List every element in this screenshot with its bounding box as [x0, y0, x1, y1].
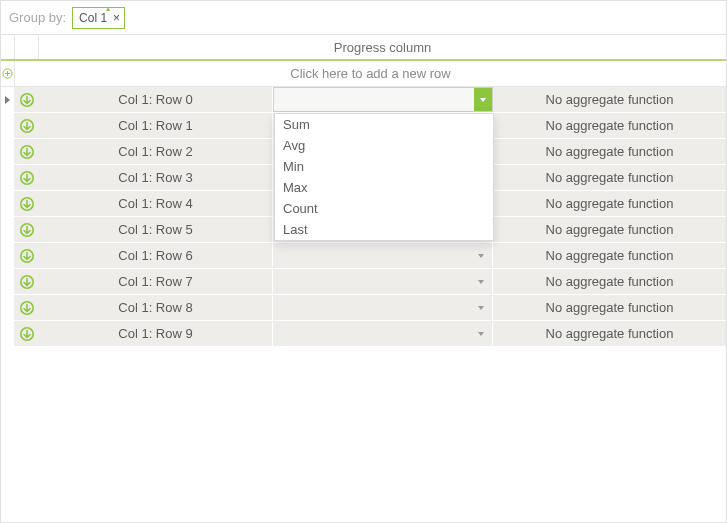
cell-aggregate-value[interactable]: No aggregate function	[493, 295, 726, 320]
cell-col1-text: Col 1: Row 8	[118, 300, 192, 315]
column-header-label: Progress column	[334, 40, 432, 55]
dropdown-option[interactable]: Avg	[275, 135, 493, 156]
cell-aggregate-text: No aggregate function	[546, 92, 674, 107]
cell-aggregate-selector[interactable]	[273, 269, 493, 294]
cell-col1[interactable]: Col 1: Row 5	[39, 217, 273, 242]
cell-aggregate-text: No aggregate function	[546, 274, 674, 289]
cell-col1-text: Col 1: Row 7	[118, 274, 192, 289]
row-indicator	[1, 139, 15, 164]
row-indicator	[1, 87, 15, 112]
download-arrow-icon	[15, 217, 39, 242]
dropdown-option[interactable]: Count	[275, 198, 493, 219]
dropdown-toggle-button[interactable]	[474, 88, 492, 111]
cell-aggregate-value[interactable]: No aggregate function	[493, 217, 726, 242]
cell-col1-text: Col 1: Row 1	[118, 118, 192, 133]
group-chip-label: Col 1	[79, 11, 107, 25]
download-arrow-icon	[15, 191, 39, 216]
cell-col1[interactable]: Col 1: Row 9	[39, 321, 273, 346]
cell-col1[interactable]: Col 1: Row 8	[39, 295, 273, 320]
cell-aggregate-text: No aggregate function	[546, 326, 674, 341]
cell-aggregate-selector[interactable]	[273, 321, 493, 346]
cell-aggregate-value[interactable]: No aggregate function	[493, 139, 726, 164]
table-row[interactable]: Col 1: Row 0No aggregate function	[1, 87, 726, 113]
row-indicator	[1, 269, 15, 294]
chevron-down-icon	[478, 280, 484, 284]
cell-col1-text: Col 1: Row 5	[118, 222, 192, 237]
cell-aggregate-value[interactable]: No aggregate function	[493, 243, 726, 268]
row-indicator	[1, 217, 15, 242]
row-indicator	[1, 191, 15, 216]
cell-col1-text: Col 1: Row 2	[118, 144, 192, 159]
aggregate-dropdown-popup[interactable]: SumAvgMinMaxCountLast	[274, 113, 494, 241]
download-arrow-icon	[15, 165, 39, 190]
cell-aggregate-selector[interactable]	[273, 243, 493, 268]
download-arrow-icon	[15, 139, 39, 164]
cell-aggregate-text: No aggregate function	[546, 196, 674, 211]
grid-container: Group by: Col 1 × Progress column Click …	[0, 0, 727, 523]
cell-col1-text: Col 1: Row 3	[118, 170, 192, 185]
cell-aggregate-text: No aggregate function	[546, 144, 674, 159]
cell-col1-text: Col 1: Row 9	[118, 326, 192, 341]
table-row[interactable]: Col 1: Row 6No aggregate function	[1, 243, 726, 269]
row-indicator	[1, 321, 15, 346]
cell-aggregate-value[interactable]: No aggregate function	[493, 269, 726, 294]
cell-col1-text: Col 1: Row 4	[118, 196, 192, 211]
chevron-down-icon	[480, 98, 486, 102]
download-arrow-icon	[15, 87, 39, 112]
chevron-down-icon	[478, 306, 484, 310]
table-row[interactable]: Col 1: Row 9No aggregate function	[1, 321, 726, 347]
add-new-row[interactable]: Click here to add a new row	[1, 61, 726, 87]
cell-aggregate-value[interactable]: No aggregate function	[493, 191, 726, 216]
column-header-row: Progress column	[1, 35, 726, 61]
row-indicator-header	[1, 35, 15, 59]
cell-col1[interactable]: Col 1: Row 6	[39, 243, 273, 268]
cell-col1-text: Col 1: Row 6	[118, 248, 192, 263]
groupby-label: Group by:	[9, 10, 66, 25]
column-header-progress[interactable]: Progress column	[39, 35, 726, 59]
cell-col1[interactable]: Col 1: Row 4	[39, 191, 273, 216]
cell-aggregate-text: No aggregate function	[546, 118, 674, 133]
table-row[interactable]: Col 1: Row 8No aggregate function	[1, 295, 726, 321]
download-arrow-icon	[15, 243, 39, 268]
cell-aggregate-text: No aggregate function	[546, 300, 674, 315]
download-arrow-icon	[15, 295, 39, 320]
cell-aggregate-value[interactable]: No aggregate function	[493, 87, 726, 112]
cell-col1[interactable]: Col 1: Row 1	[39, 113, 273, 138]
chevron-down-icon	[478, 254, 484, 258]
dropdown-option[interactable]: Min	[275, 156, 493, 177]
cell-col1[interactable]: Col 1: Row 7	[39, 269, 273, 294]
add-row-icon[interactable]	[1, 61, 15, 86]
cell-aggregate-selector[interactable]	[273, 295, 493, 320]
download-arrow-icon	[15, 269, 39, 294]
cell-col1[interactable]: Col 1: Row 2	[39, 139, 273, 164]
cell-aggregate-selector[interactable]	[273, 87, 493, 112]
row-icon-header	[15, 35, 39, 59]
group-chip-col1[interactable]: Col 1 ×	[72, 7, 125, 29]
cell-aggregate-text: No aggregate function	[546, 170, 674, 185]
dropdown-option[interactable]: Last	[275, 219, 493, 240]
table-row[interactable]: Col 1: Row 7No aggregate function	[1, 269, 726, 295]
cell-aggregate-text: No aggregate function	[546, 222, 674, 237]
cell-col1[interactable]: Col 1: Row 3	[39, 165, 273, 190]
add-new-row-label: Click here to add a new row	[15, 61, 726, 86]
cell-col1-text: Col 1: Row 0	[118, 92, 192, 107]
download-arrow-icon	[15, 113, 39, 138]
row-indicator	[1, 165, 15, 190]
row-indicator	[1, 113, 15, 138]
cell-aggregate-value[interactable]: No aggregate function	[493, 113, 726, 138]
row-indicator	[1, 243, 15, 268]
current-row-marker-icon	[5, 96, 10, 104]
cell-aggregate-text: No aggregate function	[546, 248, 674, 263]
dropdown-option[interactable]: Sum	[275, 114, 493, 135]
group-chip-remove-button[interactable]: ×	[113, 12, 120, 24]
sort-ascending-icon	[106, 7, 110, 11]
chevron-down-icon	[478, 332, 484, 336]
dropdown-option[interactable]: Max	[275, 177, 493, 198]
cell-aggregate-value[interactable]: No aggregate function	[493, 165, 726, 190]
groupby-bar: Group by: Col 1 ×	[1, 1, 726, 35]
row-indicator	[1, 295, 15, 320]
cell-col1[interactable]: Col 1: Row 0	[39, 87, 273, 112]
download-arrow-icon	[15, 321, 39, 346]
cell-aggregate-value[interactable]: No aggregate function	[493, 321, 726, 346]
